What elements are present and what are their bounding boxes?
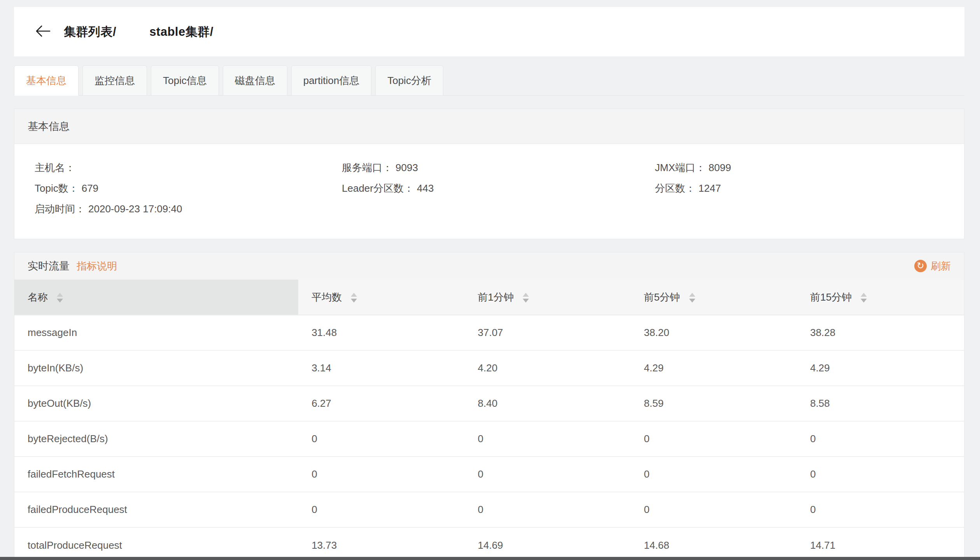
- metrics-table-header-row: 名称 平均数 前1分钟 前5分钟 前15分钟: [14, 280, 964, 315]
- refresh-button[interactable]: ↻ 刷新: [914, 259, 951, 273]
- info-field-value: 1247: [698, 182, 721, 194]
- page-title-suffix: stable集群/: [149, 24, 214, 40]
- metrics-description-link[interactable]: 指标说明: [77, 259, 117, 273]
- info-field: 主机名：: [35, 158, 342, 178]
- metric-value-cell: 37.07: [465, 315, 631, 350]
- info-field-label: 启动时间：: [35, 203, 85, 215]
- tab-Topic分析[interactable]: Topic分析: [375, 65, 443, 96]
- column-header-平均数[interactable]: 平均数: [298, 280, 464, 315]
- metric-value-cell: 31.48: [298, 315, 464, 350]
- metric-name-cell: totalProduceRequest: [14, 527, 298, 560]
- metric-name-cell: byteIn(KB/s): [14, 350, 298, 386]
- sort-caret-down-icon: [523, 299, 529, 303]
- metric-value-cell: 0: [797, 457, 964, 492]
- basic-info-panel-title: 基本信息: [14, 109, 964, 144]
- table-row: byteOut(KB/s)6.278.408.598.58: [14, 386, 964, 421]
- info-field: 启动时间：2020-09-23 17:09:40: [35, 199, 342, 219]
- info-field: JMX端口：8099: [655, 158, 964, 178]
- info-field-label: 主机名：: [35, 162, 75, 173]
- info-field: 分区数：1247: [655, 178, 964, 199]
- metric-value-cell: 0: [631, 421, 797, 457]
- tab-bar: 基本信息 监控信息 Topic信息 磁盘信息 partition信息 Topic…: [14, 65, 964, 96]
- metric-value-cell: 0: [298, 457, 464, 492]
- realtime-traffic-panel: 实时流量 指标说明 ↻ 刷新 名称 平均数 前1分钟 前5: [14, 252, 964, 560]
- basic-info-panel: 基本信息 主机名： 服务端口：9093 JMX端口：8099 Topic数：67…: [14, 108, 964, 239]
- metric-value-cell: 4.29: [631, 350, 797, 386]
- censored-region: [78, 163, 144, 174]
- metric-value-cell: 0: [465, 492, 631, 527]
- metric-value-cell: 8.59: [631, 386, 797, 421]
- tab-partition信息[interactable]: partition信息: [291, 65, 372, 96]
- column-header-前1分钟[interactable]: 前1分钟: [465, 280, 631, 315]
- info-field: Leader分区数：443: [342, 178, 655, 199]
- column-header-label: 前5分钟: [644, 291, 680, 303]
- metric-name-cell: failedProduceRequest: [14, 492, 298, 527]
- tab-监控信息[interactable]: 监控信息: [82, 65, 147, 96]
- table-row: totalProduceRequest13.7314.6914.6814.71: [14, 527, 964, 560]
- tab-Topic信息[interactable]: Topic信息: [151, 65, 219, 96]
- sort-icon: [351, 293, 357, 303]
- metric-value-cell: 38.20: [631, 315, 797, 350]
- info-field-label: JMX端口：: [655, 162, 705, 173]
- info-field-label: Leader分区数：: [342, 182, 414, 194]
- metric-value-cell: 3.14: [298, 350, 464, 386]
- metrics-table: 名称 平均数 前1分钟 前5分钟 前15分钟 messa: [14, 280, 964, 560]
- page-header: 集群列表/ stable集群/: [14, 7, 964, 56]
- metric-value-cell: 14.68: [631, 527, 797, 560]
- sort-caret-down-icon: [351, 299, 357, 303]
- table-row: byteRejected(B/s)0000: [14, 421, 964, 457]
- page-title: 集群列表/ stable集群/: [64, 24, 214, 40]
- info-field-value: 8099: [709, 162, 731, 173]
- info-field-value: 2020-09-23 17:09:40: [88, 203, 182, 215]
- tab-磁盘信息[interactable]: 磁盘信息: [223, 65, 287, 96]
- info-field-value: 679: [82, 182, 98, 194]
- column-header-label: 前15分钟: [810, 291, 852, 303]
- sort-caret-up-icon: [57, 293, 63, 297]
- table-row: failedFetchRequest0000: [14, 457, 964, 492]
- metric-value-cell: 13.73: [298, 527, 464, 560]
- sort-caret-up-icon: [861, 293, 867, 297]
- info-field-label: 分区数：: [655, 182, 695, 194]
- metric-value-cell: 6.27: [298, 386, 464, 421]
- table-row: messageIn31.4837.0738.2038.28: [14, 315, 964, 350]
- sort-caret-up-icon: [351, 293, 357, 297]
- censored-region: [116, 25, 149, 39]
- info-field-value: 443: [417, 182, 434, 194]
- metric-value-cell: 4.29: [797, 350, 964, 386]
- metric-value-cell: 0: [298, 492, 464, 527]
- column-header-label: 平均数: [312, 291, 342, 303]
- sort-caret-up-icon: [689, 293, 695, 297]
- column-header-前15分钟[interactable]: 前15分钟: [797, 280, 964, 315]
- table-row: byteIn(KB/s)3.144.204.294.29: [14, 350, 964, 386]
- metric-value-cell: 0: [465, 457, 631, 492]
- realtime-traffic-title: 实时流量: [28, 259, 70, 273]
- refresh-label: 刷新: [931, 259, 951, 273]
- bottom-edge-bar: [0, 557, 980, 560]
- info-field: 服务端口：9093: [342, 158, 655, 178]
- metric-name-cell: failedFetchRequest: [14, 457, 298, 492]
- column-header-前5分钟[interactable]: 前5分钟: [631, 280, 797, 315]
- metric-name-cell: byteRejected(B/s): [14, 421, 298, 457]
- metric-value-cell: 0: [631, 457, 797, 492]
- info-field-label: Topic数：: [35, 182, 79, 194]
- metric-value-cell: 0: [298, 421, 464, 457]
- sort-caret-down-icon: [57, 299, 63, 303]
- metric-name-cell: messageIn: [14, 315, 298, 350]
- sort-icon: [689, 293, 695, 303]
- tab-基本信息[interactable]: 基本信息: [14, 65, 79, 96]
- metric-value-cell: 0: [631, 492, 797, 527]
- sort-icon: [523, 293, 529, 303]
- sort-caret-down-icon: [861, 299, 867, 303]
- back-button[interactable]: [34, 24, 51, 40]
- metric-value-cell: 14.71: [797, 527, 964, 560]
- realtime-traffic-header: 实时流量 指标说明 ↻ 刷新: [14, 252, 964, 280]
- metric-value-cell: 0: [465, 421, 631, 457]
- metric-value-cell: 0: [797, 492, 964, 527]
- info-field: Topic数：679: [35, 178, 342, 199]
- sort-icon: [861, 293, 867, 303]
- metric-value-cell: 8.40: [465, 386, 631, 421]
- column-header-名称[interactable]: 名称: [14, 280, 298, 315]
- basic-info-grid: 主机名： 服务端口：9093 JMX端口：8099 Topic数：679 Lea…: [14, 144, 964, 239]
- page-title-prefix: 集群列表/: [64, 24, 116, 40]
- metric-value-cell: 38.28: [797, 315, 964, 350]
